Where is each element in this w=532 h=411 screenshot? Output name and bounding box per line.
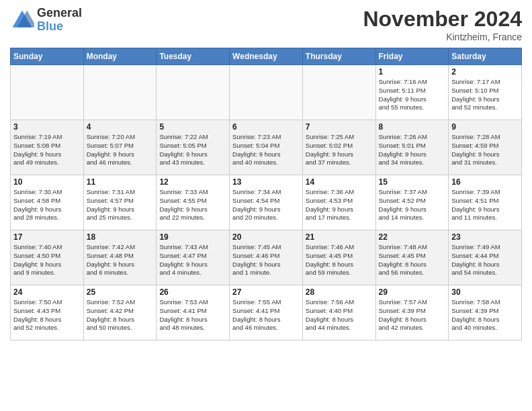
day-info: Sunrise: 7:23 AM Sunset: 5:04 PM Dayligh… <box>232 133 300 167</box>
calendar-cell: 10Sunrise: 7:30 AM Sunset: 4:58 PM Dayli… <box>11 175 84 230</box>
day-number: 29 <box>379 287 446 297</box>
calendar-cell: 16Sunrise: 7:39 AM Sunset: 4:51 PM Dayli… <box>449 175 522 230</box>
weekday-header-saturday: Saturday <box>449 48 522 65</box>
day-number: 14 <box>306 177 373 187</box>
day-number: 1 <box>379 67 446 77</box>
day-number: 17 <box>13 232 81 242</box>
logo-line2: Blue <box>37 20 82 34</box>
calendar-cell: 11Sunrise: 7:31 AM Sunset: 4:57 PM Dayli… <box>83 175 157 230</box>
day-info: Sunrise: 7:34 AM Sunset: 4:54 PM Dayligh… <box>232 188 300 222</box>
day-info: Sunrise: 7:48 AM Sunset: 4:45 PM Dayligh… <box>379 243 446 277</box>
calendar-cell: 14Sunrise: 7:36 AM Sunset: 4:53 PM Dayli… <box>302 175 375 230</box>
day-number: 19 <box>159 232 226 242</box>
day-info: Sunrise: 7:28 AM Sunset: 4:59 PM Dayligh… <box>451 133 519 167</box>
day-number: 25 <box>87 287 154 297</box>
day-number: 2 <box>451 67 519 77</box>
day-info: Sunrise: 7:46 AM Sunset: 4:45 PM Dayligh… <box>306 243 373 277</box>
day-number: 6 <box>232 122 300 132</box>
calendar-cell: 21Sunrise: 7:46 AM Sunset: 4:45 PM Dayli… <box>302 230 375 285</box>
logo-icon <box>10 8 34 32</box>
calendar-cell: 7Sunrise: 7:25 AM Sunset: 5:02 PM Daylig… <box>302 120 375 175</box>
day-info: Sunrise: 7:57 AM Sunset: 4:39 PM Dayligh… <box>379 298 446 332</box>
calendar-cell: 24Sunrise: 7:50 AM Sunset: 4:43 PM Dayli… <box>11 285 84 340</box>
calendar-week-5: 24Sunrise: 7:50 AM Sunset: 4:43 PM Dayli… <box>11 285 522 340</box>
day-number: 22 <box>379 232 446 242</box>
day-number: 13 <box>232 177 300 187</box>
day-info: Sunrise: 7:56 AM Sunset: 4:40 PM Dayligh… <box>306 298 373 332</box>
calendar-cell: 20Sunrise: 7:45 AM Sunset: 4:46 PM Dayli… <box>230 230 303 285</box>
calendar-cell: 22Sunrise: 7:48 AM Sunset: 4:45 PM Dayli… <box>375 230 449 285</box>
calendar-week-3: 10Sunrise: 7:30 AM Sunset: 4:58 PM Dayli… <box>11 175 522 230</box>
month-title: November 2024 <box>363 7 522 32</box>
day-info: Sunrise: 7:16 AM Sunset: 5:11 PM Dayligh… <box>379 78 446 112</box>
calendar-cell: 12Sunrise: 7:33 AM Sunset: 4:55 PM Dayli… <box>157 175 230 230</box>
day-info: Sunrise: 7:37 AM Sunset: 4:52 PM Dayligh… <box>379 188 446 222</box>
day-number: 8 <box>379 122 446 132</box>
day-info: Sunrise: 7:40 AM Sunset: 4:50 PM Dayligh… <box>13 243 81 277</box>
day-number: 4 <box>87 122 154 132</box>
day-info: Sunrise: 7:30 AM Sunset: 4:58 PM Dayligh… <box>13 188 81 222</box>
calendar-cell <box>11 65 84 120</box>
day-number: 27 <box>232 287 300 297</box>
calendar-cell: 27Sunrise: 7:55 AM Sunset: 4:41 PM Dayli… <box>230 285 303 340</box>
day-info: Sunrise: 7:20 AM Sunset: 5:07 PM Dayligh… <box>87 133 154 167</box>
calendar-cell: 18Sunrise: 7:42 AM Sunset: 4:48 PM Dayli… <box>83 230 157 285</box>
day-info: Sunrise: 7:42 AM Sunset: 4:48 PM Dayligh… <box>87 243 154 277</box>
header: General Blue November 2024 Kintzheim, Fr… <box>10 7 522 42</box>
day-info: Sunrise: 7:19 AM Sunset: 5:08 PM Dayligh… <box>13 133 81 167</box>
day-number: 9 <box>451 122 519 132</box>
weekday-header-thursday: Thursday <box>302 48 375 65</box>
calendar-cell <box>230 65 303 120</box>
day-info: Sunrise: 7:22 AM Sunset: 5:05 PM Dayligh… <box>159 133 226 167</box>
calendar-cell: 15Sunrise: 7:37 AM Sunset: 4:52 PM Dayli… <box>375 175 449 230</box>
day-number: 26 <box>159 287 226 297</box>
calendar-cell: 29Sunrise: 7:57 AM Sunset: 4:39 PM Dayli… <box>375 285 449 340</box>
calendar-week-2: 3Sunrise: 7:19 AM Sunset: 5:08 PM Daylig… <box>11 120 522 175</box>
day-number: 16 <box>451 177 519 187</box>
day-number: 21 <box>306 232 373 242</box>
day-info: Sunrise: 7:17 AM Sunset: 5:10 PM Dayligh… <box>451 78 519 112</box>
day-number: 28 <box>306 287 373 297</box>
calendar-cell: 17Sunrise: 7:40 AM Sunset: 4:50 PM Dayli… <box>11 230 84 285</box>
calendar-cell: 23Sunrise: 7:49 AM Sunset: 4:44 PM Dayli… <box>449 230 522 285</box>
day-info: Sunrise: 7:43 AM Sunset: 4:47 PM Dayligh… <box>159 243 226 277</box>
day-info: Sunrise: 7:39 AM Sunset: 4:51 PM Dayligh… <box>451 188 519 222</box>
title-block: November 2024 Kintzheim, France <box>363 7 522 42</box>
weekday-header-tuesday: Tuesday <box>157 48 230 65</box>
calendar-cell: 6Sunrise: 7:23 AM Sunset: 5:04 PM Daylig… <box>230 120 303 175</box>
weekday-header-friday: Friday <box>375 48 449 65</box>
day-number: 18 <box>87 232 154 242</box>
location: Kintzheim, France <box>363 32 522 42</box>
calendar-cell: 9Sunrise: 7:28 AM Sunset: 4:59 PM Daylig… <box>449 120 522 175</box>
calendar-cell: 19Sunrise: 7:43 AM Sunset: 4:47 PM Dayli… <box>157 230 230 285</box>
day-info: Sunrise: 7:55 AM Sunset: 4:41 PM Dayligh… <box>232 298 300 332</box>
calendar-cell: 5Sunrise: 7:22 AM Sunset: 5:05 PM Daylig… <box>157 120 230 175</box>
calendar-cell: 28Sunrise: 7:56 AM Sunset: 4:40 PM Dayli… <box>302 285 375 340</box>
day-number: 5 <box>159 122 226 132</box>
day-number: 24 <box>13 287 81 297</box>
weekday-header-monday: Monday <box>83 48 157 65</box>
day-info: Sunrise: 7:53 AM Sunset: 4:41 PM Dayligh… <box>159 298 226 332</box>
calendar-week-4: 17Sunrise: 7:40 AM Sunset: 4:50 PM Dayli… <box>11 230 522 285</box>
logo-line1: General <box>37 7 82 20</box>
day-number: 23 <box>451 232 519 242</box>
calendar-header-row: SundayMondayTuesdayWednesdayThursdayFrid… <box>11 48 522 65</box>
calendar-cell: 2Sunrise: 7:17 AM Sunset: 5:10 PM Daylig… <box>449 65 522 120</box>
calendar-cell: 4Sunrise: 7:20 AM Sunset: 5:07 PM Daylig… <box>83 120 157 175</box>
day-info: Sunrise: 7:31 AM Sunset: 4:57 PM Dayligh… <box>87 188 154 222</box>
day-number: 11 <box>87 177 154 187</box>
day-info: Sunrise: 7:45 AM Sunset: 4:46 PM Dayligh… <box>232 243 300 277</box>
day-number: 30 <box>451 287 519 297</box>
calendar-cell <box>83 65 157 120</box>
day-number: 7 <box>306 122 373 132</box>
calendar-cell <box>302 65 375 120</box>
page-container: General Blue November 2024 Kintzheim, Fr… <box>0 0 532 347</box>
day-number: 10 <box>13 177 81 187</box>
day-info: Sunrise: 7:33 AM Sunset: 4:55 PM Dayligh… <box>159 188 226 222</box>
day-number: 3 <box>13 122 81 132</box>
calendar-week-1: 1Sunrise: 7:16 AM Sunset: 5:11 PM Daylig… <box>11 65 522 120</box>
calendar-cell: 8Sunrise: 7:26 AM Sunset: 5:01 PM Daylig… <box>375 120 449 175</box>
day-number: 15 <box>379 177 446 187</box>
calendar-cell: 30Sunrise: 7:58 AM Sunset: 4:39 PM Dayli… <box>449 285 522 340</box>
calendar-cell: 26Sunrise: 7:53 AM Sunset: 4:41 PM Dayli… <box>157 285 230 340</box>
